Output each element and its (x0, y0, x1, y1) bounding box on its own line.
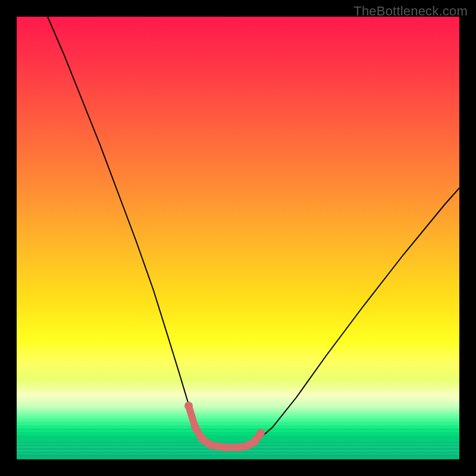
bottleneck-curve-path (48, 17, 459, 447)
valley-dot (184, 402, 193, 410)
valley-dot (206, 441, 215, 449)
valley-dot (256, 429, 265, 437)
valley-dot (191, 423, 199, 431)
bottleneck-curve-svg (17, 17, 459, 459)
valley-dot (221, 443, 229, 452)
plot-area (17, 17, 459, 459)
valley-marker (184, 402, 265, 452)
valley-dot (243, 441, 252, 450)
valley-dot (250, 437, 259, 446)
watermark-text: TheBottleneck.com (353, 4, 468, 19)
valley-dot (198, 435, 206, 443)
valley-dot (235, 443, 243, 452)
